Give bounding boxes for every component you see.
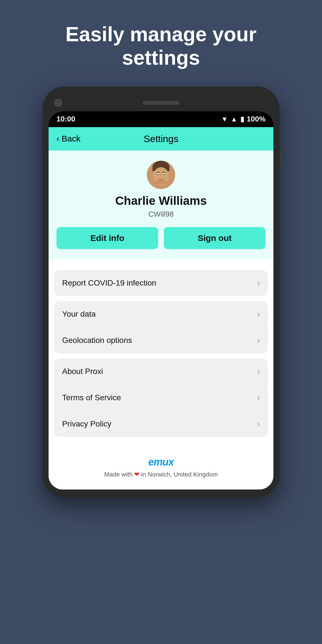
status-time: 10:00 [56, 115, 75, 123]
screen-title: Settings [144, 133, 179, 144]
svg-point-8 [155, 180, 167, 184]
status-bar: 10:00 ▼ ▲ ▮ 100% [49, 111, 273, 127]
brand-text: emux [148, 456, 174, 468]
back-label: Back [62, 134, 80, 143]
phone-side-button [280, 149, 282, 166]
menu-item-your-data[interactable]: Your data › [54, 301, 268, 327]
phone-notch [49, 94, 273, 111]
phone-mockup: 10:00 ▼ ▲ ▮ 100% ‹ Back Settings [42, 86, 280, 497]
camera-notch [54, 99, 62, 107]
speaker-notch [143, 101, 179, 105]
wifi-icon: ▼ [221, 115, 228, 123]
menu-item-your-data-label: Your data [62, 310, 96, 319]
menu-group-legal: About Proxi › Terms of Service › Privacy… [54, 358, 268, 437]
chevron-right-icon: › [257, 393, 260, 402]
chevron-right-icon: › [257, 336, 260, 345]
menu-item-privacy[interactable]: Privacy Policy › [54, 411, 268, 437]
phone-screen: 10:00 ▼ ▲ ▮ 100% ‹ Back Settings [49, 111, 273, 489]
profile-section: Charlie Williams CWill98 Edit info Sign … [49, 151, 273, 259]
menu-group-data: Your data › Geolocation options › [54, 301, 268, 353]
status-icons: ▼ ▲ ▮ 100% [221, 115, 266, 123]
user-handle: CWill98 [148, 210, 174, 219]
menu-item-report-covid-label: Report COVID-19 infection [62, 279, 156, 288]
signal-icon: ▲ [231, 115, 238, 123]
menu-item-about[interactable]: About Proxi › [54, 358, 268, 385]
edit-info-button[interactable]: Edit info [56, 227, 158, 249]
chevron-left-icon: ‹ [56, 134, 59, 143]
profile-actions: Edit info Sign out [56, 227, 266, 249]
page-headline: Easily manage your settings [43, 23, 279, 69]
chevron-right-icon: › [257, 419, 260, 428]
menu-section: Report COVID-19 infection › Your data › … [49, 259, 273, 448]
footer: emux Made with ❤ in Norwich, United King… [49, 448, 273, 489]
menu-item-report-covid[interactable]: Report COVID-19 infection › [54, 270, 268, 296]
app-header: ‹ Back Settings [49, 127, 273, 151]
menu-item-terms-label: Terms of Service [62, 393, 121, 402]
footer-tagline: Made with ❤ in Norwich, United Kingdom [104, 471, 218, 478]
avatar [147, 161, 175, 189]
chevron-right-icon: › [257, 310, 260, 319]
user-name: Charlie Williams [115, 194, 207, 208]
heart-icon: ❤ [134, 471, 139, 478]
menu-item-geolocation[interactable]: Geolocation options › [54, 327, 268, 353]
back-button[interactable]: ‹ Back [56, 134, 80, 143]
svg-point-7 [163, 174, 165, 175]
menu-item-privacy-label: Privacy Policy [62, 419, 111, 428]
battery-percent: 100% [247, 115, 266, 123]
menu-item-about-label: About Proxi [62, 367, 103, 376]
menu-group-covid: Report COVID-19 infection › [54, 270, 268, 296]
footer-brand: emux [148, 456, 174, 468]
chevron-right-icon: › [257, 367, 260, 376]
menu-item-geolocation-label: Geolocation options [62, 336, 132, 345]
battery-icon: ▮ [240, 115, 244, 123]
menu-item-terms[interactable]: Terms of Service › [54, 385, 268, 411]
svg-point-6 [158, 174, 159, 175]
sign-out-button[interactable]: Sign out [164, 227, 266, 249]
chevron-right-icon: › [257, 279, 260, 288]
